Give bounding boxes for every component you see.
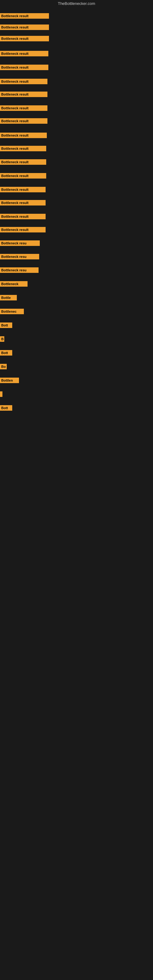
- bottleneck-bar-6: Bottleneck result: [0, 79, 48, 84]
- bottleneck-bar-22: Bottle: [0, 295, 17, 301]
- bottleneck-bar-12: Bottleneck result: [0, 159, 46, 165]
- bottleneck-bar-13: Bottleneck result: [0, 173, 46, 178]
- bars-container: Bottleneck resultBottleneck resultBottle…: [0, 7, 153, 980]
- bottleneck-bar-1: Bottleneck result: [0, 13, 49, 19]
- bottleneck-bar-19: Bottleneck resu: [0, 254, 39, 259]
- bottleneck-bar-17: Bottleneck result: [0, 227, 46, 232]
- bottleneck-bar-30: Bott: [0, 405, 12, 411]
- bottleneck-bar-10: Bottleneck result: [0, 133, 47, 138]
- bottleneck-bar-27: Bo: [0, 364, 7, 369]
- bottleneck-bar-2: Bottleneck result: [0, 24, 49, 30]
- bottleneck-bar-18: Bottleneck resu: [0, 240, 40, 246]
- bottleneck-bar-7: Bottleneck result: [0, 92, 48, 97]
- bottleneck-bar-4: Bottleneck result: [0, 51, 48, 56]
- bottleneck-bar-25: B: [0, 336, 4, 342]
- page-container: TheBottlenecker.com Bottleneck resultBot…: [0, 0, 153, 980]
- bottleneck-bar-21: Bottleneck: [0, 281, 27, 286]
- bottleneck-bar-15: Bottleneck result: [0, 200, 46, 205]
- bottleneck-bar-29: [0, 391, 2, 397]
- bottleneck-bar-9: Bottleneck result: [0, 118, 48, 124]
- bottleneck-bar-8: Bottleneck result: [0, 105, 48, 111]
- bottleneck-bar-28: Bottlen: [0, 378, 19, 383]
- bottleneck-bar-23: Bottlenec: [0, 309, 24, 314]
- site-title: TheBottlenecker.com: [0, 0, 153, 7]
- bottleneck-bar-5: Bottleneck result: [0, 65, 48, 70]
- bottleneck-bar-16: Bottleneck result: [0, 214, 46, 219]
- bottleneck-bar-3: Bottleneck result: [0, 36, 49, 41]
- bottleneck-bar-20: Bottleneck resu: [0, 267, 38, 273]
- bottleneck-bar-14: Bottleneck result: [0, 187, 46, 192]
- bottleneck-bar-24: Bott: [0, 323, 12, 328]
- bottleneck-bar-26: Bott: [0, 350, 12, 356]
- bottleneck-bar-11: Bottleneck result: [0, 146, 46, 151]
